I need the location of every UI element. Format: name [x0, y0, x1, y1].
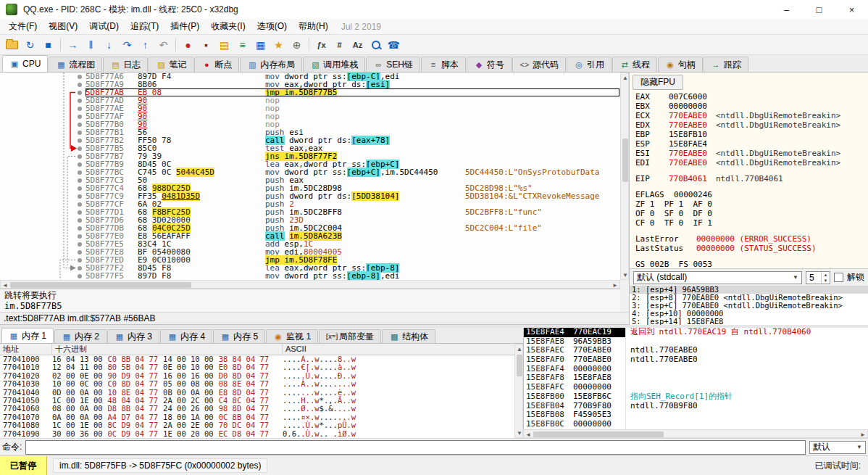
- register-row[interactable]: OF 0 SF 0 DF 0: [630, 209, 868, 218]
- calling-convention-select[interactable]: 默认 (stdcall) ▼: [633, 271, 802, 284]
- bottom-tab-内存 4[interactable]: ▦内存 4: [160, 329, 212, 343]
- restart-button[interactable]: ↻: [21, 36, 39, 54]
- dump-row[interactable]: 7704109030 00 36 000C D9 04 771E 00 20 0…: [0, 430, 514, 438]
- stack-row[interactable]: 15E8FAE4770EAC19返回到 ntdll.770EAC19 自 ntd…: [524, 328, 868, 337]
- bottom-tab-内存 2[interactable]: ▦内存 2: [54, 329, 107, 343]
- menu-item[interactable]: 调试(D): [83, 19, 125, 34]
- register-row[interactable]: ESP15E8FAE4: [630, 139, 868, 149]
- register-row[interactable]: EIP770B4061ntdll.770B4061: [630, 174, 868, 183]
- strings-button[interactable]: Az: [349, 36, 367, 54]
- register-row[interactable]: LastStatus00000000 (STATUS_SUCCESS): [630, 244, 868, 253]
- disassembly-vertical-scrollbar[interactable]: ▲ ▼: [620, 73, 629, 280]
- open-file-button[interactable]: [3, 36, 21, 54]
- menu-item[interactable]: 追踪(T): [125, 19, 164, 34]
- hash-button[interactable]: #: [330, 36, 349, 54]
- attach-button[interactable]: ☎: [385, 36, 403, 54]
- register-row[interactable]: GS 002B FS 0053: [630, 260, 868, 268]
- argument-row[interactable]: 5: [esp+14] 15E8FAE8: [630, 318, 868, 325]
- stack-row[interactable]: 15E8FAFC00000000: [524, 383, 868, 392]
- tab-符号[interactable]: ◆符号: [467, 57, 512, 72]
- disasm-comment: [465, 120, 620, 128]
- tab-跟踪[interactable]: →跟踪: [704, 57, 748, 72]
- command-profile-select[interactable]: 默认 ▼: [809, 441, 866, 454]
- register-row[interactable]: EBX00000000: [630, 102, 868, 111]
- memory-map-button[interactable]: ▦: [251, 36, 270, 54]
- menu-item[interactable]: 收藏夹(I): [205, 19, 251, 34]
- tab-引用[interactable]: ◎引用: [567, 57, 612, 72]
- spinner-down-icon[interactable]: ▼: [822, 278, 830, 284]
- bottom-tab-监视 1[interactable]: ◉监视 1: [266, 329, 318, 343]
- stack-horizontal-scrollbar[interactable]: ◄ ►: [523, 429, 868, 438]
- args-depth-spinner[interactable]: 5 ▲▼: [806, 271, 830, 284]
- menu-item[interactable]: 视图(V): [43, 19, 83, 34]
- step-into-button[interactable]: ↓: [100, 36, 118, 54]
- register-row[interactable]: CF 0 TF 0 IF 1: [630, 218, 868, 228]
- run-button[interactable]: →: [64, 36, 82, 54]
- step-back-button[interactable]: ↶: [154, 36, 172, 54]
- hex-group: EC D8 04 77: [219, 429, 270, 438]
- menu-item[interactable]: 插件(P): [164, 19, 205, 34]
- stack-row[interactable]: 15E8FB0015E8FB6C指向SEH_Record[1]的指针: [524, 392, 868, 402]
- register-row[interactable]: ESI770EABE0<ntdll.DbgUiRemoteBreakin>: [630, 149, 868, 158]
- register-row[interactable]: EFLAGS 00000246: [630, 190, 868, 199]
- log-button[interactable]: ▤: [215, 36, 233, 54]
- tab-笔记[interactable]: ▨笔记: [149, 57, 193, 72]
- tab-调用堆栈[interactable]: ▧调用堆栈: [303, 57, 365, 72]
- tab-日志[interactable]: ▤日志: [103, 57, 148, 72]
- command-input[interactable]: [25, 440, 806, 455]
- search-button[interactable]: [367, 36, 385, 54]
- tab-流程图[interactable]: ▦流程图: [49, 57, 102, 72]
- tab-句柄[interactable]: ◉句柄: [658, 57, 703, 72]
- maximize-button[interactable]: □: [803, 0, 835, 19]
- stack-row[interactable]: 15E8FAF0770EABE0ntdll.770EABE0: [524, 355, 868, 365]
- stack-row[interactable]: 15E8FB08F45905E3: [524, 410, 868, 420]
- bottom-tab-内存 1[interactable]: ▦内存 1: [1, 328, 54, 343]
- tab-SEH链[interactable]: ∞SEH链: [366, 57, 420, 72]
- patches-button[interactable]: ▪: [197, 36, 215, 54]
- register-row[interactable]: LastError00000000 (ERROR_SUCCESS): [630, 234, 868, 244]
- register-row[interactable]: EBP15E8FB10: [630, 130, 868, 139]
- run-to-return-button[interactable]: ↑: [136, 36, 154, 54]
- favourites-button[interactable]: ★: [270, 36, 288, 54]
- hide-fpu-button[interactable]: 隐藏FPU: [633, 75, 683, 90]
- register-row[interactable]: ZF 1 PF 1 AF 0: [630, 199, 868, 209]
- menu-item[interactable]: 文件(F): [3, 19, 43, 34]
- dump-row[interactable]: 770410801C 00 1E 008C D9 04 772A 00 2E 0…: [0, 421, 514, 429]
- minimize-button[interactable]: –: [770, 0, 803, 19]
- tab-脚本[interactable]: ≡脚本: [421, 57, 466, 72]
- close-button[interactable]: ×: [835, 0, 868, 19]
- bottom-tab-局部变量[interactable]: [x=]局部变量: [319, 329, 381, 343]
- tab-源代码[interactable]: <>源代码: [512, 57, 566, 72]
- magnifier-icon: [372, 41, 380, 49]
- pause-button[interactable]: ‖: [82, 36, 100, 54]
- script-button[interactable]: ≡: [233, 36, 251, 54]
- command-profile-value: 默认: [813, 441, 830, 453]
- tab-内存布局[interactable]: ▥内存布局: [240, 57, 302, 72]
- register-row[interactable]: EDI770EABE0<ntdll.DbgUiRemoteBreakin>: [630, 158, 868, 168]
- menu-item[interactable]: 选项(O): [251, 19, 293, 34]
- register-row[interactable]: EDX770EABE0<ntdll.DbgUiRemoteBreakin>: [630, 120, 868, 130]
- bottom-tab-结构体[interactable]: ▩结构体: [382, 329, 435, 343]
- assemble-button[interactable]: ƒx: [312, 36, 330, 54]
- disasm-row[interactable]: 5D8F77F5897D F8mov dword ptr ss:[ebp-8],…: [0, 272, 620, 280]
- tab-断点[interactable]: ●断点: [194, 57, 239, 72]
- settings-button[interactable]: ⊕: [288, 36, 306, 54]
- step-over-button[interactable]: ↷: [118, 36, 136, 54]
- strings-button-icon: Az: [353, 41, 362, 49]
- tab-线程[interactable]: ⇄线程: [612, 57, 657, 72]
- unlock-checkbox[interactable]: [834, 273, 843, 282]
- dump-vertical-scrollbar[interactable]: ▲ ▼: [514, 344, 523, 438]
- tab-CPU[interactable]: ▣CPU: [2, 55, 48, 72]
- register-row[interactable]: EAX007C6000: [630, 92, 868, 102]
- register-row[interactable]: ECX770EABE0<ntdll.DbgUiRemoteBreakin>: [630, 111, 868, 120]
- spinner-up-icon[interactable]: ▲: [822, 272, 830, 278]
- dump-row[interactable]: 7704103010 00 0C 00C0 8D 04 7705 00 08 0…: [0, 380, 514, 388]
- breakpoints-button[interactable]: ●: [179, 36, 197, 54]
- bottom-tab-内存 3[interactable]: ▦内存 3: [107, 329, 159, 343]
- disassembly-horizontal-scrollbar[interactable]: ◄ ►: [0, 280, 620, 289]
- bottom-tab-内存 5[interactable]: ▦内存 5: [213, 329, 265, 343]
- menu-item[interactable]: 帮助(H): [293, 19, 334, 34]
- breakpoints-button-icon: ●: [185, 39, 191, 51]
- stack-row[interactable]: 15E8FB0C00000000: [524, 420, 868, 429]
- stop-button[interactable]: ■: [39, 36, 57, 54]
